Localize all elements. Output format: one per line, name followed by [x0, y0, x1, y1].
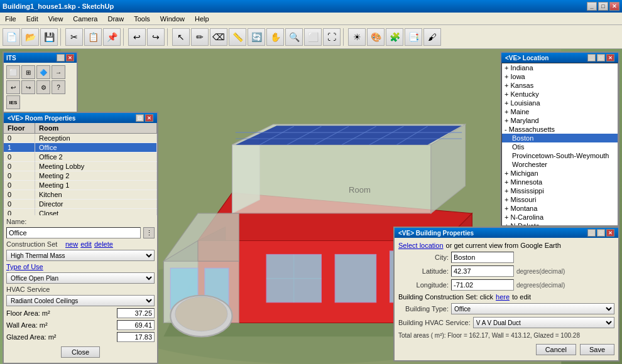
close-btn[interactable]: ✕: [609, 2, 619, 11]
menu-camera[interactable]: Camera: [70, 14, 100, 24]
table-row[interactable]: 0Meeting 1: [4, 181, 157, 190]
link-delete[interactable]: delete: [94, 240, 113, 248]
location-tree[interactable]: + Indiana + Iowa + Kansas + Kentucky + L…: [501, 63, 618, 226]
its-btn-cube[interactable]: ⬜: [6, 65, 20, 79]
tool-measure[interactable]: 📏: [229, 28, 246, 46]
list-item[interactable]: + Kansas: [502, 81, 618, 90]
cancel-button[interactable]: Cancel: [536, 344, 576, 355]
name-input[interactable]: [6, 227, 141, 238]
list-item[interactable]: + Kentucky: [502, 90, 618, 99]
table-row[interactable]: 0Reception: [4, 134, 157, 143]
list-item[interactable]: + Iowa: [502, 72, 618, 81]
table-row[interactable]: 0Meeting Lobby: [4, 162, 157, 171]
tool-undo[interactable]: ↩: [128, 28, 146, 46]
table-row[interactable]: 0Closet: [4, 209, 157, 215]
its-minimize-btn[interactable]: _: [57, 54, 65, 62]
list-item[interactable]: + Louisiana: [502, 99, 618, 107]
tool-layer[interactable]: 📑: [405, 28, 422, 46]
save-button[interactable]: Save: [580, 344, 614, 355]
list-item[interactable]: + Michigan: [502, 169, 618, 178]
tool-components[interactable]: 🧩: [386, 28, 403, 46]
lat-input[interactable]: [451, 265, 514, 277]
table-row[interactable]: 1Office: [4, 143, 157, 153]
list-item[interactable]: Boston: [502, 134, 618, 142]
tool-zoom-window[interactable]: ⬜: [304, 28, 322, 46]
tool-select[interactable]: ↖: [172, 28, 190, 46]
list-item[interactable]: + N-Dakota: [502, 222, 618, 226]
list-item[interactable]: Worchester: [502, 160, 618, 169]
room-list[interactable]: 0Reception 1Office 0Office 2 0Meeting Lo…: [4, 134, 157, 215]
its-btn-grid[interactable]: ⊞: [21, 65, 35, 79]
menu-view[interactable]: View: [46, 14, 66, 24]
menu-window[interactable]: Window: [158, 14, 187, 24]
list-item[interactable]: + Mississippi: [502, 186, 618, 195]
tool-cut[interactable]: ✂: [65, 28, 83, 46]
its-btn-obj[interactable]: 🔷: [36, 65, 50, 79]
menu-draw[interactable]: Draw: [105, 14, 126, 24]
tool-pan[interactable]: ✋: [266, 28, 284, 46]
tool-styles[interactable]: 🖌: [423, 28, 441, 46]
menu-tools[interactable]: Tools: [131, 14, 153, 24]
its-btn-undo[interactable]: ↩: [6, 80, 20, 94]
menu-help[interactable]: Help: [192, 14, 212, 24]
its-btn-ies[interactable]: IES: [6, 95, 20, 109]
table-row[interactable]: 0Office 2: [4, 153, 157, 162]
name-btn[interactable]: ⋮: [143, 227, 155, 238]
list-item[interactable]: + N-Carolina: [502, 213, 618, 222]
minimize-btn[interactable]: _: [587, 2, 597, 11]
building-close-btn[interactable]: ✕: [606, 229, 614, 237]
tool-material[interactable]: 🎨: [367, 28, 385, 46]
list-item[interactable]: + Indiana: [502, 63, 618, 72]
tool-zoom[interactable]: 🔍: [285, 28, 303, 46]
room-panel-close-btn[interactable]: ✕: [145, 114, 153, 122]
list-item[interactable]: Provincetown-South-Weymouth: [502, 151, 618, 160]
lon-input[interactable]: [451, 279, 514, 291]
table-row[interactable]: 0Kitchen: [4, 190, 157, 200]
link-edit[interactable]: edit: [80, 240, 92, 248]
tool-eraser[interactable]: ⌫: [210, 28, 227, 46]
tool-orbit[interactable]: 🔄: [248, 28, 265, 46]
list-item[interactable]: Otis: [502, 142, 618, 151]
select-location-link[interactable]: Select location: [398, 242, 444, 249]
table-row[interactable]: 0Meeting 2: [4, 171, 157, 181]
tool-draw[interactable]: ✏: [191, 28, 209, 46]
construction-here-link[interactable]: here: [496, 293, 510, 301]
table-row[interactable]: 0Director: [4, 200, 157, 209]
building-resize-btn[interactable]: □: [597, 229, 605, 237]
its-btn-redo[interactable]: ↪: [21, 80, 35, 94]
its-btn-settings[interactable]: ⚙: [36, 80, 50, 94]
type-select[interactable]: Office Open Plan: [6, 272, 155, 284]
btype-select[interactable]: Office: [451, 303, 614, 314]
location-close-btn[interactable]: ✕: [606, 54, 614, 62]
list-item[interactable]: + Minnesota: [502, 178, 618, 186]
menu-file[interactable]: File: [3, 14, 19, 24]
construction-select[interactable]: High Thermal Mass: [6, 250, 155, 261]
menu-edit[interactable]: Edit: [24, 14, 41, 24]
city-input[interactable]: [451, 252, 514, 263]
link-new[interactable]: new: [65, 240, 78, 248]
building-minimize-btn[interactable]: _: [587, 229, 596, 237]
tool-new[interactable]: 📄: [3, 28, 20, 46]
tool-paste[interactable]: 📌: [103, 28, 121, 46]
list-item[interactable]: - Massachusetts: [502, 125, 618, 134]
location-minimize-btn[interactable]: _: [587, 54, 596, 62]
tool-shadow[interactable]: ☀: [348, 28, 366, 46]
list-item[interactable]: + Missouri: [502, 195, 618, 204]
tool-save[interactable]: 💾: [40, 28, 58, 46]
tool-open[interactable]: 📂: [21, 28, 39, 46]
room-panel-resize-btn[interactable]: ⊡: [136, 114, 144, 122]
tool-copy[interactable]: 📋: [84, 28, 102, 46]
tool-redo[interactable]: ↪: [147, 28, 165, 46]
its-btn-help[interactable]: ?: [52, 80, 65, 94]
its-btn-arrow[interactable]: →: [52, 65, 65, 79]
tool-zoom-ext[interactable]: ⛶: [323, 28, 341, 46]
list-item[interactable]: + Montana: [502, 204, 618, 213]
list-item[interactable]: + Maryland: [502, 116, 618, 125]
list-item[interactable]: + Maine: [502, 107, 618, 116]
its-close-btn[interactable]: ✕: [66, 54, 74, 62]
bhvac-select[interactable]: V A V Dual Duct: [473, 317, 614, 328]
hvac-select[interactable]: Radiant Cooled Ceilings: [6, 295, 155, 306]
close-room-btn[interactable]: Close: [61, 346, 100, 358]
type-label[interactable]: Type of Use: [6, 263, 63, 270]
maximize-btn[interactable]: □: [598, 2, 608, 11]
